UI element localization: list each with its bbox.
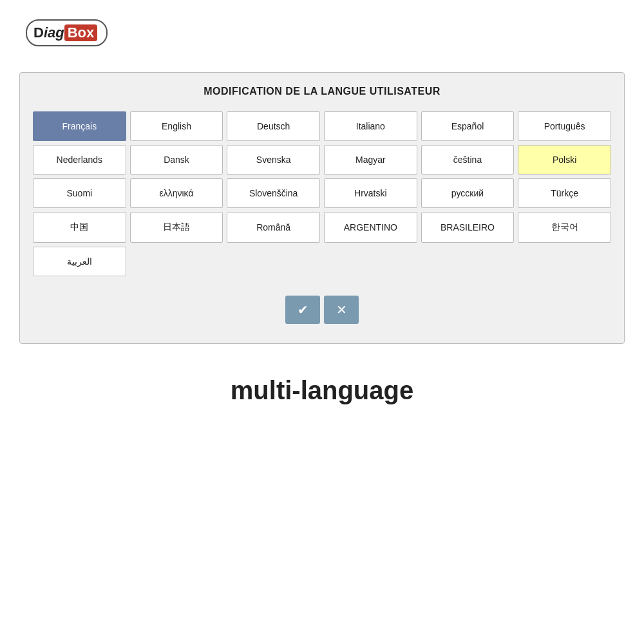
lang-btn-zhongguo[interactable]: 中国 bbox=[33, 212, 126, 243]
lang-btn-russkiy[interactable]: русский bbox=[421, 178, 515, 208]
lang-btn-espanol[interactable]: Español bbox=[421, 111, 515, 141]
language-dialog: MODIFICATION DE LA LANGUE UTILISATEUR Fr… bbox=[19, 72, 625, 344]
lang-btn-arabic[interactable]: العربية bbox=[33, 247, 126, 276]
confirm-button[interactable]: ✔ bbox=[285, 296, 320, 324]
lang-btn-francais[interactable]: Français bbox=[33, 111, 126, 141]
lang-btn-suomi[interactable]: Suomi bbox=[33, 178, 126, 208]
lang-btn-nederlands[interactable]: Nederlands bbox=[33, 145, 126, 175]
lang-btn-english[interactable]: English bbox=[130, 111, 223, 141]
lang-btn-svenska[interactable]: Svenska bbox=[227, 145, 320, 175]
caption-text: multi-language bbox=[231, 376, 413, 404]
lang-btn-deutsch[interactable]: Deutsch bbox=[227, 111, 320, 141]
lang-btn-brasileiro[interactable]: BRASILEIRO bbox=[421, 212, 515, 243]
lang-btn-cestina[interactable]: čeština bbox=[421, 145, 515, 175]
action-row: ✔ ✕ bbox=[33, 296, 611, 330]
lang-btn-nihongo[interactable]: 日本語 bbox=[130, 212, 223, 243]
lang-btn-hrvatski[interactable]: Hrvatski bbox=[324, 178, 417, 208]
caption-area: multi-language bbox=[231, 376, 413, 405]
lang-btn-magyar[interactable]: Magyar bbox=[324, 145, 417, 175]
logo-diag-text: Diag bbox=[33, 24, 64, 41]
lang-btn-slovenscina[interactable]: Slovenščina bbox=[227, 178, 320, 208]
logo-area: Diag Box bbox=[0, 0, 644, 59]
lang-btn-ellinika[interactable]: ελληνικά bbox=[130, 178, 223, 208]
lang-btn-dansk[interactable]: Dansk bbox=[130, 145, 223, 175]
lang-btn-polski[interactable]: Polski bbox=[518, 145, 611, 175]
lang-btn-korean[interactable]: 한국어 bbox=[518, 212, 611, 243]
lang-btn-turkce[interactable]: Türkçe bbox=[518, 178, 611, 208]
lang-btn-argentino[interactable]: ARGENTINO bbox=[324, 212, 417, 243]
lang-btn-romana[interactable]: Română bbox=[227, 212, 320, 243]
cancel-button[interactable]: ✕ bbox=[324, 296, 359, 324]
language-grid: FrançaisEnglishDeutschItalianoEspañolPor… bbox=[33, 111, 611, 276]
logo: Diag Box bbox=[26, 19, 108, 46]
logo-box-text: Box bbox=[64, 24, 98, 41]
lang-btn-portugues[interactable]: Português bbox=[518, 111, 611, 141]
dialog-title: MODIFICATION DE LA LANGUE UTILISATEUR bbox=[33, 86, 611, 97]
lang-btn-italiano[interactable]: Italiano bbox=[324, 111, 417, 141]
